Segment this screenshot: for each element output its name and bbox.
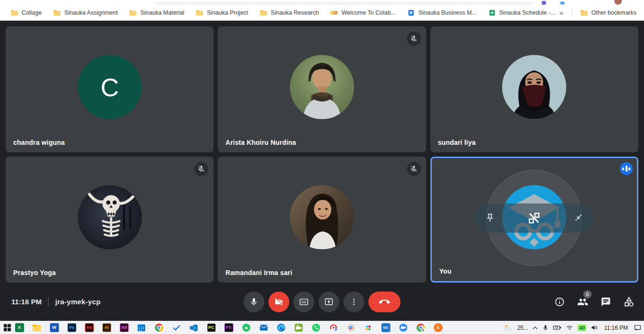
avatar-letter: C bbox=[100, 72, 119, 101]
docs-icon bbox=[407, 8, 415, 17]
animate-glyph: An bbox=[85, 323, 94, 332]
illustrator-icon[interactable]: Ai bbox=[101, 323, 112, 333]
call-controls: CC bbox=[244, 292, 401, 312]
muted-microphone-chip bbox=[194, 162, 208, 176]
grid-off-icon[interactable] bbox=[527, 211, 541, 225]
skeleton-illustration bbox=[78, 185, 142, 249]
participant-tile-ramandani[interactable]: Ramandani Irma sari bbox=[218, 157, 426, 283]
bookmark-sinauka-research[interactable]: Sinauka Research bbox=[254, 7, 324, 18]
participant-grid: C chandra wiguna bbox=[6, 26, 638, 283]
avatar-photo bbox=[290, 55, 354, 119]
avatar-photo bbox=[78, 185, 142, 249]
bookmark-welcome-to-colab[interactable]: Welcome To Colab... bbox=[324, 7, 401, 18]
taskbar-clock[interactable]: 11:16 PM bbox=[603, 325, 630, 331]
minimize-icon[interactable] bbox=[573, 213, 583, 223]
weather-temp[interactable]: 25... bbox=[517, 325, 528, 331]
start-button[interactable] bbox=[2, 323, 12, 333]
xampp-icon[interactable]: X bbox=[433, 323, 443, 333]
animate-icon[interactable]: An bbox=[84, 323, 94, 333]
meet-control-bar: 11:16 PM jra-ymek-ycp CC bbox=[0, 283, 644, 321]
meeting-panels: 6 bbox=[554, 296, 635, 308]
present-screen-button[interactable] bbox=[319, 292, 339, 312]
oc-icon[interactable]: oc bbox=[380, 323, 391, 333]
bookmark-sinauka-schedule[interactable]: Sinauka Schedule -... bbox=[482, 7, 556, 18]
participant-name: You bbox=[439, 267, 452, 275]
participant-tile-arista[interactable]: Arista Khoiru Nurdina bbox=[218, 26, 426, 152]
info-button[interactable] bbox=[554, 296, 565, 308]
tray-microphone-icon[interactable] bbox=[542, 325, 549, 331]
camera-app-icon[interactable] bbox=[293, 323, 304, 333]
pinned-apps: XWPsAnAiXdPCPSocX bbox=[14, 323, 443, 333]
browser-top-strip bbox=[0, 0, 644, 5]
calendar-icon[interactable] bbox=[136, 323, 147, 333]
folder-icon bbox=[196, 8, 204, 17]
photoshop-icon[interactable]: Ps bbox=[66, 323, 77, 333]
microphone-button[interactable] bbox=[244, 292, 264, 312]
word-icon[interactable]: W bbox=[49, 323, 59, 333]
vscode-icon[interactable] bbox=[189, 323, 199, 333]
avatar-photo bbox=[502, 55, 566, 119]
sheets-icon bbox=[488, 8, 496, 17]
meeting-details[interactable]: 11:16 PM jra-ymek-ycp bbox=[11, 297, 100, 307]
todo-check-icon[interactable] bbox=[171, 323, 182, 333]
participant-tile-sundari[interactable]: sundari liya bbox=[430, 26, 638, 152]
excel-icon[interactable]: X bbox=[14, 323, 25, 333]
edge-icon[interactable] bbox=[276, 323, 286, 333]
file-explorer-icon[interactable] bbox=[32, 323, 42, 333]
action-center-icon[interactable] bbox=[634, 325, 641, 331]
bookmark-sinauka-assignment[interactable]: Sinauka Assignment bbox=[47, 7, 123, 18]
participant-tile-prastyo[interactable]: Prastyo Yoga bbox=[6, 157, 214, 283]
word-glyph: W bbox=[50, 323, 59, 332]
mic-off-icon bbox=[410, 165, 418, 173]
chat-button[interactable] bbox=[600, 296, 611, 308]
tray-battery-icon[interactable] bbox=[553, 325, 561, 331]
battery-percent-badge[interactable]: 40 bbox=[578, 325, 586, 331]
bookmarks-right: » Other bookmarks bbox=[556, 7, 639, 18]
weather-icon[interactable] bbox=[503, 324, 513, 332]
muted-microphone-chip bbox=[407, 32, 421, 46]
avatar-initial: C bbox=[78, 55, 142, 119]
meet-stage: C chandra wiguna bbox=[0, 21, 644, 321]
bookmark-sinauka-material[interactable]: Sinauka Material bbox=[124, 7, 190, 18]
participant-name: Ramandani Irma sari bbox=[225, 269, 292, 276]
participant-tile-you[interactable]: You bbox=[430, 157, 638, 283]
video-app-icon[interactable] bbox=[398, 323, 408, 333]
whatsapp-icon[interactable] bbox=[311, 323, 321, 333]
chrome-profile-icon[interactable] bbox=[415, 323, 426, 333]
chrome-icon[interactable] bbox=[154, 323, 164, 333]
mail-icon[interactable] bbox=[258, 323, 269, 333]
bookmark-sinauka-business[interactable]: Sinauka Business M... bbox=[401, 7, 482, 18]
participant-name: chandra wiguna bbox=[13, 139, 65, 146]
folder-icon bbox=[53, 8, 61, 17]
tray-volume-icon[interactable] bbox=[591, 325, 598, 331]
photoshop-glyph: Ps bbox=[67, 323, 76, 332]
activities-button[interactable] bbox=[623, 296, 635, 308]
meeting-code: jra-ymek-ycp bbox=[55, 298, 100, 306]
tile-hover-actions bbox=[475, 203, 594, 233]
person-illustration bbox=[290, 185, 354, 249]
bookmark-collage[interactable]: Collage bbox=[5, 7, 47, 18]
participants-button[interactable]: 6 bbox=[577, 296, 588, 308]
folder-icon bbox=[10, 8, 18, 17]
camera-off-button[interactable] bbox=[269, 292, 289, 312]
xd-icon[interactable]: Xd bbox=[119, 323, 129, 333]
red-app-icon[interactable] bbox=[328, 323, 339, 333]
participant-tile-chandra[interactable]: C chandra wiguna bbox=[6, 26, 214, 152]
participant-name: Prastyo Yoga bbox=[13, 269, 56, 276]
pin-icon[interactable] bbox=[485, 213, 495, 223]
xd-glyph: Xd bbox=[120, 323, 129, 332]
slack-icon[interactable] bbox=[363, 323, 373, 333]
hang-up-button[interactable] bbox=[369, 292, 401, 312]
android-studio-icon[interactable] bbox=[241, 323, 251, 333]
tray-wifi-icon[interactable] bbox=[566, 325, 573, 331]
more-options-button[interactable] bbox=[344, 292, 364, 312]
pycharm-icon[interactable]: PC bbox=[206, 323, 216, 333]
captions-button[interactable]: CC bbox=[294, 292, 314, 312]
bookmark-sinauka-project[interactable]: Sinauka Project bbox=[190, 7, 254, 18]
bookmarks-overflow-button[interactable]: » bbox=[556, 8, 567, 17]
other-bookmarks-button[interactable]: Other bookmarks bbox=[577, 7, 639, 18]
phpstorm-icon[interactable]: PS bbox=[223, 323, 234, 333]
tray-chevron-up-icon[interactable] bbox=[532, 326, 538, 330]
hexagon-app-icon[interactable] bbox=[346, 323, 356, 333]
person-illustration bbox=[290, 55, 354, 119]
